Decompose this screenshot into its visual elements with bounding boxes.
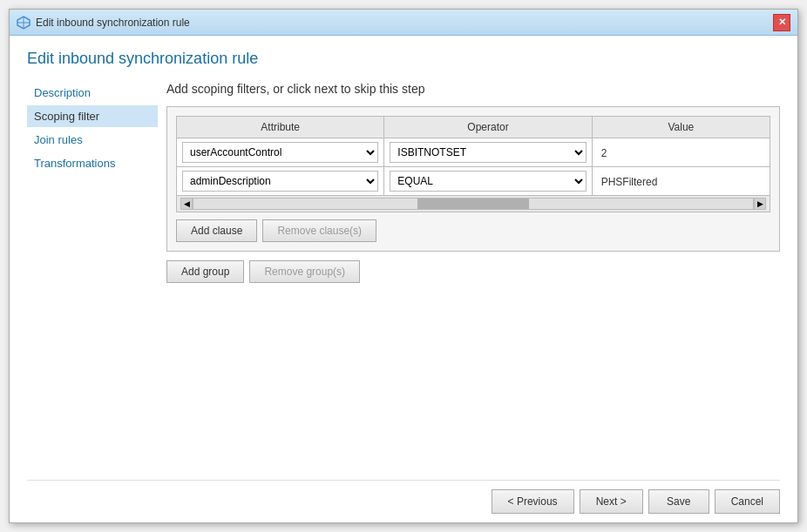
operator-cell-2: EQUAL [384,167,592,196]
close-button[interactable]: ✕ [773,14,790,31]
sidebar-item-transformations[interactable]: Transformations [27,152,158,174]
cancel-button[interactable]: Cancel [715,489,780,514]
page-title: Edit inbound synchronization rule [27,50,780,68]
previous-button[interactable]: < Previous [492,489,574,514]
col-header-operator: Operator [384,117,592,138]
remove-groups-button[interactable]: Remove group(s) [249,260,360,283]
table-row: adminDescription EQUAL PHSFiltered [177,167,770,196]
main-window: Edit inbound synchronization rule ✕ Edit… [9,9,798,523]
attribute-cell-1: userAccountControl [177,138,384,167]
group-buttons: Add group Remove group(s) [166,260,780,283]
filter-panel: Attribute Operator Value userAccountCont… [166,106,780,252]
remove-clauses-button[interactable]: Remove clause(s) [262,219,376,242]
value-text-2: PHSFiltered [598,174,661,190]
next-button[interactable]: Next > [580,489,643,514]
sidebar: Description Scoping filter Join rules Tr… [27,82,166,480]
add-group-button[interactable]: Add group [166,260,244,283]
value-text-1: 2 [598,145,611,161]
sidebar-item-description[interactable]: Description [27,82,158,104]
footer: < Previous Next > Save Cancel [27,480,780,514]
filter-table: Attribute Operator Value userAccountCont… [176,116,770,212]
scrollbar-thumb [417,199,529,209]
title-bar: Edit inbound synchronization rule ✕ [10,10,797,36]
scrollbar-row: ◀ ▶ [177,196,770,212]
step-description: Add scoping filters, or click next to sk… [166,82,780,96]
window-icon [17,16,31,30]
operator-select-1[interactable]: ISBITNOTSET [390,142,586,163]
col-header-value: Value [592,117,770,138]
save-button[interactable]: Save [648,489,709,514]
main-content: Add scoping filters, or click next to sk… [166,82,780,480]
scroll-left-arrow[interactable]: ◀ [180,198,193,210]
operator-select-2[interactable]: EQUAL [390,171,586,192]
operator-cell-1: ISBITNOTSET [384,138,592,167]
table-row: userAccountControl ISBITNOTSET 2 [177,138,770,167]
add-clause-button[interactable]: Add clause [176,219,257,242]
sidebar-item-scoping-filter[interactable]: Scoping filter [27,105,158,127]
title-bar-left: Edit inbound synchronization rule [17,16,190,30]
attribute-cell-2: adminDescription [177,167,384,196]
attribute-select-2[interactable]: adminDescription [182,171,378,192]
window-title: Edit inbound synchronization rule [36,17,190,29]
attribute-select-1[interactable]: userAccountControl [182,142,378,163]
value-cell-1: 2 [592,138,770,167]
horizontal-scrollbar[interactable]: ◀ ▶ [180,198,766,210]
scrollbar-track[interactable] [193,198,754,210]
col-header-attribute: Attribute [177,117,384,138]
content-area: Edit inbound synchronization rule Descri… [10,36,797,522]
scroll-right-arrow[interactable]: ▶ [754,198,766,210]
main-layout: Description Scoping filter Join rules Tr… [27,82,780,480]
clause-buttons: Add clause Remove clause(s) [176,219,770,242]
value-cell-2: PHSFiltered [592,167,770,196]
sidebar-item-join-rules[interactable]: Join rules [27,129,158,151]
